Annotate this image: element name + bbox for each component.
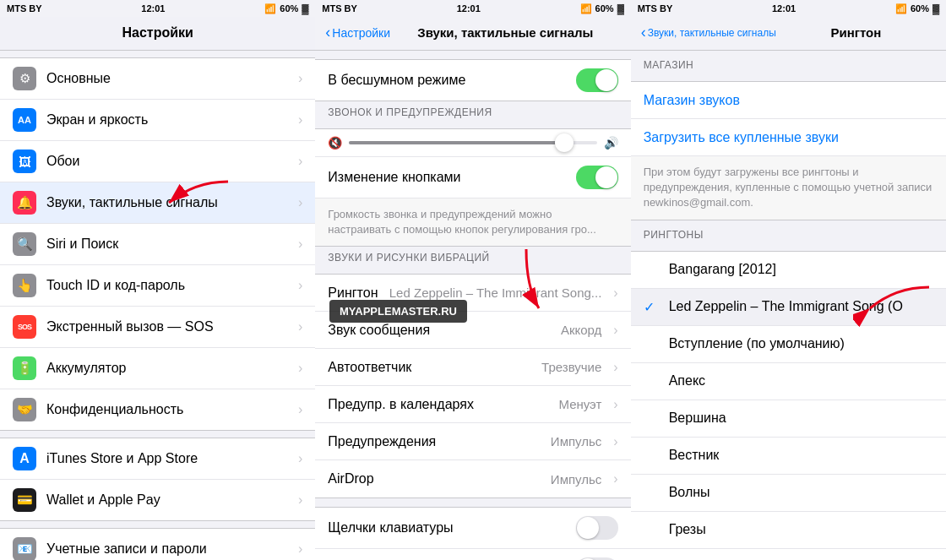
lock-sound-item[interactable]: Звук блокировки xyxy=(315,549,630,560)
sounds-group: Рингтон Led Zeppelin – The Immigrant Son… xyxy=(315,274,630,498)
battery-icon-right: ▓ xyxy=(932,3,939,14)
battery-icon-left: ▓ xyxy=(302,3,308,14)
settings-item-ekran[interactable]: AA Экран и яркость › xyxy=(0,100,315,141)
keyboard-clicks-item[interactable]: Щелчки клавиатуры xyxy=(315,508,630,549)
calendar-item[interactable]: Предупр. в календарях Менуэт › xyxy=(315,386,630,423)
status-bar-mid: MTS BY 12:01 📶 60% ▓ xyxy=(315,0,630,17)
chevron-icon: › xyxy=(613,471,617,487)
silent-toggle[interactable] xyxy=(576,68,618,92)
sos-icon: SOS xyxy=(13,315,36,339)
bluetooth-icon: 📶 xyxy=(264,3,276,14)
chevron-icon: › xyxy=(298,237,302,252)
settings-list-left: ⚙ Основные › AA Экран и яркость › 🖼 Обои… xyxy=(0,51,315,560)
ringtone-bangarang[interactable]: Bangarang [2012] xyxy=(631,252,946,289)
ringtone-vstuplenie[interactable]: Вступление (по умолчанию) xyxy=(631,326,946,363)
zvuki-icon: 🔔 xyxy=(13,191,36,215)
airdrop-label: AirDrop xyxy=(328,471,551,487)
ringtone-grezy[interactable]: Грезы xyxy=(631,512,946,549)
ringtone-zyb[interactable]: Зыбь xyxy=(631,549,946,560)
panel-ringtone: MTS BY 12:01 📶 60% ▓ ‹ Звуки, тактильные… xyxy=(631,0,946,560)
panel-sounds: MTS BY 12:01 📶 60% ▓ ‹ Настройки Звуки, … xyxy=(315,0,630,560)
settings-item-sos[interactable]: SOS Экстренный вызов — SOS › xyxy=(0,307,315,348)
store-link-item[interactable]: Магазин звуков xyxy=(631,82,946,119)
signal-right: 60% xyxy=(911,3,929,14)
check-vershina xyxy=(644,410,661,426)
check-apeks xyxy=(644,373,661,389)
ringtone-name-vestnik: Вестник xyxy=(669,448,720,463)
ringtone-volny[interactable]: Волны xyxy=(631,475,946,512)
back-arrow-mid: ‹ xyxy=(325,24,330,41)
volume-group: 🔇 🔊 Изменение кнопками Громкость звонка … xyxy=(315,128,630,247)
sms-sound-label: Звук сообщения xyxy=(328,323,561,338)
volume-slider-fill xyxy=(349,141,559,144)
settings-item-osnovnye[interactable]: ⚙ Основные › xyxy=(0,58,315,100)
carrier-right: MTS BY xyxy=(638,3,673,14)
settings-item-battery[interactable]: 🔋 Аккумулятор › xyxy=(0,348,315,389)
silent-item[interactable]: В бесшумном режиме xyxy=(315,60,630,101)
note-text: Громкость звонка и предупреждений можно … xyxy=(328,207,617,237)
nav-title-mid: Звуки, тактильные сигналы xyxy=(390,25,621,40)
chevron-icon: › xyxy=(613,434,617,449)
nav-back-right[interactable]: ‹ Звуки, тактильные сигналы xyxy=(641,24,776,41)
store-description: При этом будут загружены все рингтоны и … xyxy=(644,165,933,211)
change-by-buttons-item[interactable]: Изменение кнопками xyxy=(315,157,630,198)
settings-item-oboi[interactable]: 🖼 Обои › xyxy=(0,141,315,182)
oboi-label: Обои xyxy=(46,154,291,169)
ringtone-item[interactable]: Рингтон Led Zeppelin – The Immigrant Son… xyxy=(315,275,630,312)
keyboard-toggle[interactable] xyxy=(576,516,618,540)
check-volny xyxy=(644,485,661,500)
accounts-icon: 📧 xyxy=(13,537,36,560)
toggle-thumb-2 xyxy=(595,166,617,188)
ringtone-ledzep[interactable]: ✓ Led Zeppelin – The Immigrant Song (O xyxy=(631,289,946,326)
calendar-value: Менуэт xyxy=(559,397,602,411)
settings-item-siri[interactable]: 🔍 Siri и Поиск › xyxy=(0,224,315,265)
settings-item-accounts[interactable]: 📧 Учетные записи и пароли › xyxy=(0,529,315,560)
settings-item-touchid[interactable]: 👆 Touch ID и код-пароль › xyxy=(0,265,315,307)
back-label-right: Звуки, тактильные сигналы xyxy=(648,27,776,39)
store-link[interactable]: Магазин звуков xyxy=(644,93,740,108)
calendar-label: Предупр. в календарях xyxy=(328,397,558,412)
siri-label: Siri и Поиск xyxy=(46,237,291,252)
volume-slider-track[interactable] xyxy=(349,141,596,144)
sms-sound-item[interactable]: Звук сообщения Аккорд › xyxy=(315,312,630,349)
ringtone-name-grezy: Грезы xyxy=(669,522,706,537)
settings-item-privacy[interactable]: 🤝 Конфиденциальность › xyxy=(0,389,315,430)
bluetooth-icon-mid: 📶 xyxy=(580,3,592,14)
chevron-icon: › xyxy=(613,285,617,301)
sms-sound-value: Аккорд xyxy=(561,323,601,337)
osnovnye-icon: ⚙ xyxy=(13,67,36,90)
ringtone-vestnik[interactable]: Вестник xyxy=(631,438,946,475)
volume-slider-thumb[interactable] xyxy=(555,133,574,152)
ringtone-name-ledzep: Led Zeppelin – The Immigrant Song (O xyxy=(669,299,903,314)
download-link[interactable]: Загрузить все купленные звуки xyxy=(644,130,839,145)
status-icons-left: 📶 60% ▓ xyxy=(264,3,308,14)
note-item: Громкость звонка и предупреждений можно … xyxy=(315,198,630,246)
silent-label: В бесшумном режиме xyxy=(328,73,575,88)
chevron-icon: › xyxy=(298,541,302,557)
settings-item-itunes[interactable]: A iTunes Store и App Store › xyxy=(0,438,315,480)
buttons-toggle[interactable] xyxy=(576,166,618,189)
time-left: 12:01 xyxy=(141,3,165,14)
ringtone-value: Led Zeppelin – The Immigrant Song... xyxy=(389,285,602,300)
nav-bar-right: ‹ Звуки, тактильные сигналы Рингтон xyxy=(631,17,946,51)
oboi-icon: 🖼 xyxy=(13,150,36,173)
ringtone-apeks[interactable]: Апекс xyxy=(631,363,946,400)
ringtones-group: Bangarang [2012] ✓ Led Zeppelin – The Im… xyxy=(631,251,946,560)
volume-row: 🔇 🔊 xyxy=(315,129,630,157)
time-right: 12:01 xyxy=(772,3,796,14)
settings-item-zvuki[interactable]: 🔔 Звуки, тактильные сигналы › xyxy=(0,182,315,224)
nav-back-mid[interactable]: ‹ Настройки xyxy=(325,24,390,41)
settings-group-2: A iTunes Store и App Store › 💳 Wallet и … xyxy=(0,438,315,521)
settings-item-wallet[interactable]: 💳 Wallet и Apple Pay › xyxy=(0,480,315,520)
store-description-item: При этом будут загружены все рингтоны и … xyxy=(631,156,946,220)
sounds-section-header: ЗВУКИ И РИСУНКИ ВИБРАЦИЙ xyxy=(315,247,630,267)
check-vstuplenie xyxy=(644,336,661,351)
download-link-item[interactable]: Загрузить все купленные звуки xyxy=(631,119,946,156)
reminders-item[interactable]: Предупреждения Импульс › xyxy=(315,423,630,460)
chevron-icon: › xyxy=(298,112,302,128)
ringtone-name-vershina: Вершина xyxy=(669,410,726,426)
voicemail-item[interactable]: Автоответчик Трезвучие › xyxy=(315,349,630,386)
airdrop-item[interactable]: AirDrop Импульс › xyxy=(315,460,630,497)
keyboard-group: Щелчки клавиатуры Звук блокировки xyxy=(315,507,630,560)
ringtone-vershina[interactable]: Вершина xyxy=(631,400,946,438)
